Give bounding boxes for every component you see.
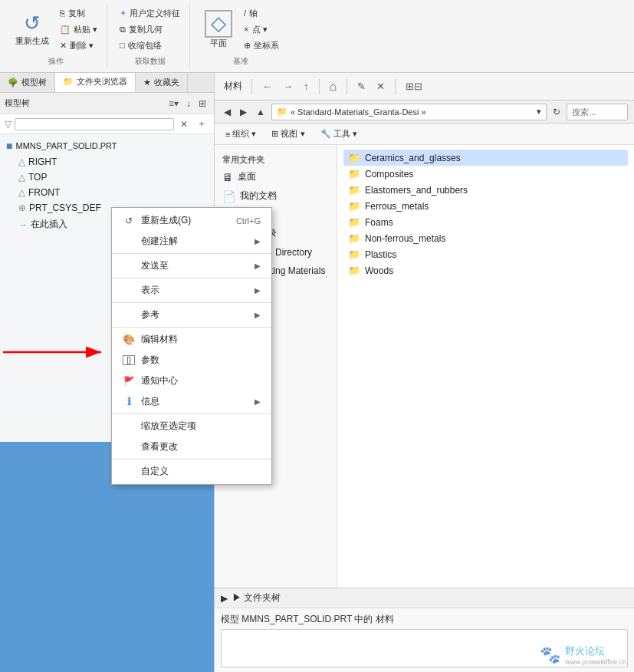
ctx-regen-icon: ↺ bbox=[123, 216, 135, 226]
ctx-regenerate[interactable]: ↺ 重新生成(G) Ctrl+G bbox=[112, 210, 271, 231]
nav-refresh-button[interactable]: ↻ bbox=[550, 105, 563, 119]
tab-file-browser[interactable]: 📁 文件夹浏览器 bbox=[55, 73, 136, 92]
main-area: 🌳 模型树 📁 文件夹浏览器 ★ 收藏夹 模型树 ≡▾ ↓ ⊞ ▽ bbox=[0, 73, 634, 672]
rt-home-button[interactable]: ⌂ bbox=[326, 77, 341, 96]
point-button[interactable]: × 点 ▾ bbox=[241, 22, 282, 37]
toolbar-group-datum: ◇ 平面 / 轴 × 点 ▾ ⊕ 坐标系 基准 bbox=[193, 3, 288, 69]
file-foams[interactable]: 📁 Foams bbox=[343, 214, 628, 230]
materials-label: 材料 bbox=[221, 80, 245, 93]
ctx-info-icon: ℹ bbox=[123, 396, 135, 407]
ctx-view-changes[interactable]: 查看更改 bbox=[112, 436, 271, 457]
fetch-label: 获取数据 bbox=[135, 56, 166, 67]
favorites-icon: ★ bbox=[143, 77, 151, 87]
ctx-flag-icon: 🚩 bbox=[123, 376, 135, 387]
paste-button[interactable]: 📋 粘贴 ▾ bbox=[57, 22, 100, 37]
wildfire-logo: 🐾 bbox=[540, 645, 560, 665]
plane-button[interactable]: ◇ 平面 bbox=[199, 7, 238, 52]
model-tree-icon: 🌳 bbox=[8, 77, 18, 87]
watermark-title: 野火论坛 bbox=[565, 644, 626, 658]
folder-path-icon: 📁 bbox=[277, 107, 287, 117]
paste-icon: 📋 bbox=[60, 25, 71, 35]
view-icon: ⊞ bbox=[271, 129, 278, 139]
ctx-reference[interactable]: 参考 ▶ bbox=[112, 305, 271, 325]
tab-favorites[interactable]: ★ 收藏夹 bbox=[136, 73, 188, 92]
regenerate-icon: ↺ bbox=[24, 12, 41, 35]
nav-up-button[interactable]: ▲ bbox=[253, 105, 268, 119]
copy-geom-icon: ⧉ bbox=[120, 25, 126, 35]
file-non-ferrous[interactable]: 📁 Non-ferrous_metals bbox=[343, 230, 628, 246]
folder-elastomers-icon: 📁 bbox=[348, 184, 360, 196]
copy-button[interactable]: ⎘ 复制 bbox=[57, 6, 100, 21]
folder-tree-toggle[interactable]: ▶ ▶ 文件夹树 bbox=[215, 588, 634, 608]
tree-item-root[interactable]: ■ MMNS_PART_SOLID.PRT bbox=[0, 137, 214, 154]
ctx-edit-material[interactable]: 🎨 编辑材料 bbox=[112, 329, 271, 350]
file-woods[interactable]: 📁 Woods bbox=[343, 262, 628, 278]
ctx-notification[interactable]: 🚩 通知中心 bbox=[112, 371, 271, 391]
ctx-display[interactable]: 表示 ▶ bbox=[112, 280, 271, 301]
ctx-send-to[interactable]: 发送至 ▶ bbox=[112, 255, 271, 276]
rt-edit-button[interactable]: ✎ bbox=[353, 78, 370, 94]
regenerate-button[interactable]: ↺ 重新生成 bbox=[11, 8, 54, 50]
file-ferrous[interactable]: 📁 Ferrous_metals bbox=[343, 198, 628, 214]
search-close-button[interactable]: ✕ bbox=[177, 118, 191, 130]
watermark-text-block: 野火论坛 www.proewildfire.cn bbox=[565, 644, 626, 666]
file-plastics[interactable]: 📁 Plastics bbox=[343, 246, 628, 262]
copy-geometry-button[interactable]: ⧉ 复制几何 bbox=[117, 22, 183, 37]
ctx-info[interactable]: ℹ 信息 ▶ bbox=[112, 391, 271, 412]
ctx-sep-4 bbox=[112, 327, 271, 328]
ctx-zoom-to-selection[interactable]: 缩放至选定项 bbox=[112, 416, 271, 436]
shrinkwrap-button[interactable]: □ 收缩包络 bbox=[117, 38, 183, 53]
ctx-customize[interactable]: 自定义 bbox=[112, 461, 271, 482]
datum-label: 基准 bbox=[233, 56, 248, 67]
folder-composites-icon: 📁 bbox=[348, 168, 360, 180]
user-feature-button[interactable]: ✦ 用户定义特征 bbox=[117, 6, 183, 21]
ctx-sep-6 bbox=[112, 459, 271, 460]
rt-grid-button[interactable]: ⊞⊟ bbox=[402, 78, 426, 94]
left-panel: 🌳 模型树 📁 文件夹浏览器 ★ 收藏夹 模型树 ≡▾ ↓ ⊞ ▽ bbox=[0, 73, 215, 672]
folder-ferrous-icon: 📁 bbox=[348, 200, 360, 212]
axis-button[interactable]: / 轴 bbox=[241, 6, 282, 21]
ctx-parameters[interactable]: [] 参数 bbox=[112, 350, 271, 371]
right-toolbar: 材料 ← → ↑ ⌂ ✎ ✕ ⊞⊟ bbox=[215, 73, 634, 100]
nav-search-area bbox=[567, 104, 628, 120]
tab-model-tree[interactable]: 🌳 模型树 bbox=[0, 73, 55, 92]
tree-search-input[interactable] bbox=[15, 118, 174, 130]
tools-button[interactable]: 🔧 工具 ▾ bbox=[316, 127, 362, 141]
model-tree-label: 模型树 bbox=[5, 97, 30, 109]
tree-item-right[interactable]: △ RIGHT bbox=[0, 154, 214, 170]
view-button[interactable]: ⊞ 视图 ▾ bbox=[267, 127, 309, 141]
toolbar-group-fetch: ✦ 用户定义特征 ⧉ 复制几何 □ 收缩包络 获取数据 bbox=[110, 3, 190, 69]
csys-button[interactable]: ⊕ 坐标系 bbox=[241, 38, 282, 53]
organize-bar: ≡ 组织 ▾ ⊞ 视图 ▾ 🔧 工具 ▾ bbox=[215, 124, 634, 145]
tab-bar: 🌳 模型树 📁 文件夹浏览器 ★ 收藏夹 bbox=[0, 73, 214, 93]
delete-button[interactable]: ✕ 删除 ▾ bbox=[57, 38, 100, 53]
rt-delete-button[interactable]: ✕ bbox=[373, 78, 389, 94]
file-list-pane: 📁 Ceramics_and_glasses 📁 Composites 📁 El… bbox=[337, 145, 634, 588]
mt-expand-button[interactable]: ↓ bbox=[183, 97, 194, 110]
context-menu: ↺ 重新生成(G) Ctrl+G 创建注解 ▶ 发送至 ▶ 表示 ▶ bbox=[111, 207, 272, 485]
rt-forward-button[interactable]: → bbox=[279, 78, 297, 94]
file-ceramics[interactable]: 📁 Ceramics_and_glasses bbox=[343, 150, 628, 166]
file-elastomers[interactable]: 📁 Elastomers_and_rubbers bbox=[343, 182, 628, 198]
right-panel: 材料 ← → ↑ ⌂ ✎ ✕ ⊞⊟ ◀ ▶ ▲ 📁 « Standard-Mat… bbox=[215, 73, 634, 672]
mt-settings-button[interactable]: ≡▾ bbox=[166, 97, 182, 110]
mt-columns-button[interactable]: ⊞ bbox=[195, 97, 209, 110]
nav-back-button[interactable]: ◀ bbox=[221, 105, 234, 119]
ctx-create-annotation[interactable]: 创建注解 ▶ bbox=[112, 231, 271, 252]
nav-search-input[interactable] bbox=[567, 104, 628, 120]
tree-item-front[interactable]: △ FRONT bbox=[0, 185, 214, 200]
nav-my-docs[interactable]: 📄 我的文档 bbox=[215, 186, 337, 206]
main-toolbar: ↺ 重新生成 ⎘ 复制 📋 粘贴 ▾ ✕ 删除 ▾ 操作 bbox=[0, 0, 634, 73]
rt-back-button[interactable]: ← bbox=[258, 78, 276, 94]
model-materials-label: 模型 MMNS_PART_SOLID.PRT 中的 材料 bbox=[221, 613, 628, 626]
nav-dropdown-button[interactable]: ▾ bbox=[537, 107, 541, 117]
red-arrow-indicator bbox=[2, 344, 109, 360]
nav-forward-button[interactable]: ▶ bbox=[237, 105, 250, 119]
nav-desktop[interactable]: 🖥 桌面 bbox=[215, 167, 337, 186]
file-composites[interactable]: 📁 Composites bbox=[343, 166, 628, 182]
organize-button[interactable]: ≡ 组织 ▾ bbox=[221, 127, 261, 141]
rt-up-button[interactable]: ↑ bbox=[300, 78, 313, 94]
tree-item-top[interactable]: △ TOP bbox=[0, 170, 214, 185]
search-add-button[interactable]: ＋ bbox=[194, 117, 209, 131]
common-folders-label: 常用文件夹 bbox=[215, 151, 337, 167]
